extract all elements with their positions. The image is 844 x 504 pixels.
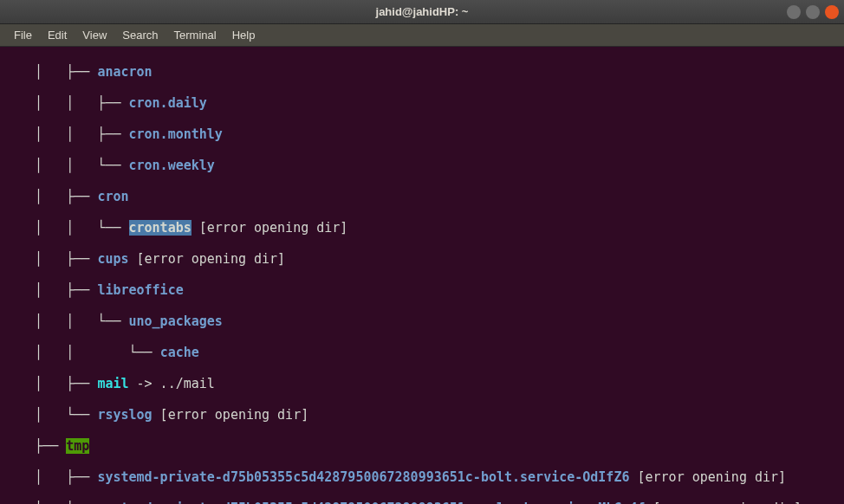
dir-cron-weekly: cron.weekly	[129, 158, 215, 173]
dir-libreoffice: libreoffice	[97, 282, 183, 298]
dir-tmp: tmp	[66, 438, 89, 454]
dir-cups: cups	[97, 251, 128, 267]
window-controls	[787, 5, 839, 19]
window-title: jahid@jahidHP: ~	[376, 5, 469, 18]
titlebar: jahid@jahidHP: ~	[0, 0, 844, 24]
minimize-button[interactable]	[787, 5, 801, 19]
dir-cron-daily: cron.daily	[129, 95, 207, 111]
dir-anacron: anacron	[97, 64, 152, 80]
dir-uno-packages: uno_packages	[129, 313, 223, 329]
terminal-output[interactable]: │ ├── anacron │ │ ├── cron.daily │ │ ├──…	[0, 47, 844, 504]
maximize-button[interactable]	[806, 5, 820, 19]
dir-cache: cache	[160, 345, 199, 360]
menu-view[interactable]: View	[75, 27, 114, 43]
dir-rsyslog: rsyslog	[97, 407, 152, 423]
menu-terminal[interactable]: Terminal	[167, 27, 224, 43]
menu-search[interactable]: Search	[115, 27, 165, 43]
menu-file[interactable]: File	[7, 27, 39, 43]
dir-sd-colord: systemd-private-d75b05355c5d428795006728…	[97, 501, 645, 504]
menu-help[interactable]: Help	[225, 27, 263, 43]
dir-cron: cron	[97, 189, 128, 204]
dir-cron-monthly: cron.monthly	[129, 126, 223, 142]
menubar: File Edit View Search Terminal Help	[0, 24, 844, 47]
close-button[interactable]	[825, 5, 839, 19]
dir-crontabs: crontabs	[129, 220, 192, 236]
link-mail: mail	[97, 376, 128, 391]
menu-edit[interactable]: Edit	[41, 27, 74, 43]
dir-sd-bolt: systemd-private-d75b05355c5d428795006728…	[97, 469, 629, 485]
